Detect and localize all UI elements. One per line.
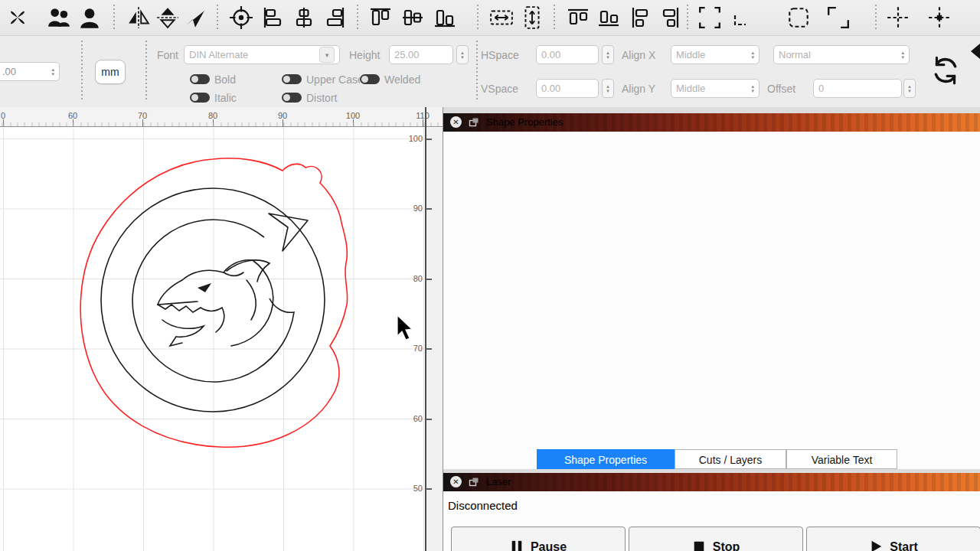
hspace-label: HSpace <box>481 48 519 62</box>
canvas-workspace[interactable]: 0 60 70 80 90 100 110 100 90 80 70 60 50 <box>0 107 443 551</box>
pause-button[interactable]: Pause <box>451 527 626 551</box>
toolbar-separator <box>81 41 83 102</box>
offset-stepper[interactable]: ▴▾ <box>903 79 916 98</box>
welded-toggle[interactable] <box>360 74 380 84</box>
align-x-label: Align X <box>622 48 655 62</box>
bold-toggle[interactable] <box>190 74 210 84</box>
toolbar-separator <box>217 5 218 31</box>
move-to-position-icon[interactable] <box>227 3 256 32</box>
lightburn-window: .00 ▴▾ mm Font DIN Alternate ▾ Height 25… <box>0 0 980 551</box>
start-icon <box>869 539 883 551</box>
align-x-select[interactable]: Middle ▴▾ <box>671 45 760 64</box>
close-icon[interactable]: ✕ <box>450 476 462 487</box>
distribute-left-icon[interactable] <box>626 3 655 32</box>
updown-chevrons-icon: ▴▾ <box>901 51 904 60</box>
close-icon[interactable]: ✕ <box>450 116 462 128</box>
upper-case-toggle[interactable] <box>282 74 302 84</box>
chevron-down-icon[interactable]: ▾ <box>319 47 335 63</box>
toolbar-separator <box>875 5 877 31</box>
offset-value: 0 <box>818 83 824 94</box>
pause-icon <box>510 539 524 551</box>
vspace-field[interactable]: 0.00 <box>536 79 599 98</box>
sync-arrows-icon[interactable] <box>929 54 962 90</box>
units-button[interactable]: mm <box>95 60 126 84</box>
stop-icon <box>692 539 706 551</box>
align-top-icon[interactable] <box>366 3 395 32</box>
main-toolbar <box>0 0 980 36</box>
tools-icon[interactable] <box>3 3 32 32</box>
crosshair-center-icon[interactable] <box>925 3 954 32</box>
float-icon[interactable] <box>469 117 479 128</box>
tab-variable-text[interactable]: Variable Text <box>786 449 897 469</box>
start-button[interactable]: Start <box>806 527 980 551</box>
offset-field[interactable]: 0 <box>813 79 902 98</box>
italic-toggle[interactable] <box>190 93 210 103</box>
updown-chevrons-icon: ▴▾ <box>751 84 754 93</box>
font-value: DIN Alternate <box>189 49 248 60</box>
upper-case-label: Upper Case <box>306 73 360 86</box>
bold-label: Bold <box>214 73 236 86</box>
float-icon[interactable] <box>469 477 479 487</box>
tab-cuts-layers[interactable]: Cuts / Layers <box>675 449 786 469</box>
toolbar-separator <box>145 41 147 102</box>
crosshair-dashed-icon[interactable] <box>884 3 913 32</box>
flip-vertical-icon[interactable] <box>153 3 182 32</box>
tab-shape-properties[interactable]: Shape Properties <box>537 449 675 469</box>
vspace-value: 0.00 <box>541 83 560 94</box>
shape-properties-content <box>443 132 980 449</box>
align-center-horizontal-icon[interactable] <box>289 3 318 32</box>
style-select[interactable]: Normal ▴▾ <box>773 45 910 64</box>
distort-label: Distort <box>306 91 337 105</box>
toolbar-separator <box>357 5 358 31</box>
hspace-value: 0.00 <box>541 49 560 60</box>
dragon-drawing <box>0 107 443 551</box>
panel-tab-bar: Shape Properties Cuts / Layers Variable … <box>443 449 980 469</box>
text-options-toolbar: .00 ▴▾ mm Font DIN Alternate ▾ Height 25… <box>0 36 980 108</box>
group-people-icon[interactable] <box>44 3 74 32</box>
align-right-icon[interactable] <box>320 3 349 32</box>
mirror-diagonal-icon[interactable] <box>181 3 210 32</box>
panel-title: Shape Properties <box>486 113 563 132</box>
stop-button[interactable]: Stop <box>629 527 803 551</box>
align-y-select[interactable]: Middle ▴▾ <box>671 79 760 98</box>
shape-properties-titlebar[interactable]: ✕ Shape Properties <box>443 113 980 132</box>
person-icon[interactable] <box>75 3 104 32</box>
height-value: 25.00 <box>394 49 420 60</box>
hspace-stepper[interactable]: ▴▾ <box>602 45 614 64</box>
dock-panels: ✕ Shape Properties Shape Properties Cuts… <box>443 107 980 551</box>
corner-pair-icon[interactable] <box>824 3 853 32</box>
align-center-vertical-icon[interactable] <box>398 3 427 32</box>
height-label: Height <box>349 48 380 62</box>
corner-bracket-icon[interactable] <box>726 3 755 32</box>
align-bottom-icon[interactable] <box>430 3 459 32</box>
distribute-bottom-icon[interactable] <box>594 3 623 32</box>
frame-corners-icon[interactable] <box>695 3 724 32</box>
panel-title: Laser <box>486 473 511 491</box>
laser-titlebar[interactable]: ✕ Laser <box>443 473 980 491</box>
font-select[interactable]: DIN Alternate ▾ <box>184 45 340 64</box>
hspace-field[interactable]: 0.00 <box>536 45 599 64</box>
toolbar-separator <box>476 41 478 102</box>
distribute-right-icon[interactable] <box>655 3 684 32</box>
distort-toggle[interactable] <box>282 93 302 103</box>
height-stepper[interactable]: ▴▾ <box>456 45 469 64</box>
move-vertical-icon[interactable] <box>518 3 547 32</box>
height-field[interactable]: 25.00 <box>389 45 453 64</box>
flip-horizontal-icon[interactable] <box>124 3 153 32</box>
align-left-icon[interactable] <box>259 3 288 32</box>
left-spin-field[interactable]: .00 ▴▾ <box>0 62 60 81</box>
left-spin-stepper[interactable]: ▴▾ <box>51 67 54 77</box>
button-label: Start <box>890 540 917 551</box>
dashed-frame-icon[interactable] <box>784 3 813 32</box>
partial-icon[interactable] <box>969 42 980 64</box>
move-horizontal-icon[interactable] <box>487 3 516 32</box>
align-y-label: Align Y <box>622 82 655 96</box>
align-x-value: Middle <box>676 49 705 60</box>
toolbar-separator <box>113 5 115 31</box>
vspace-stepper[interactable]: ▴▾ <box>602 79 614 98</box>
laser-panel: ✕ Laser Disconnected Pause Stop Start <box>443 473 980 551</box>
vspace-label: VSpace <box>481 82 518 96</box>
mouse-cursor-icon <box>397 315 412 340</box>
distribute-top-icon[interactable] <box>564 3 593 32</box>
offset-label: Offset <box>767 82 795 96</box>
